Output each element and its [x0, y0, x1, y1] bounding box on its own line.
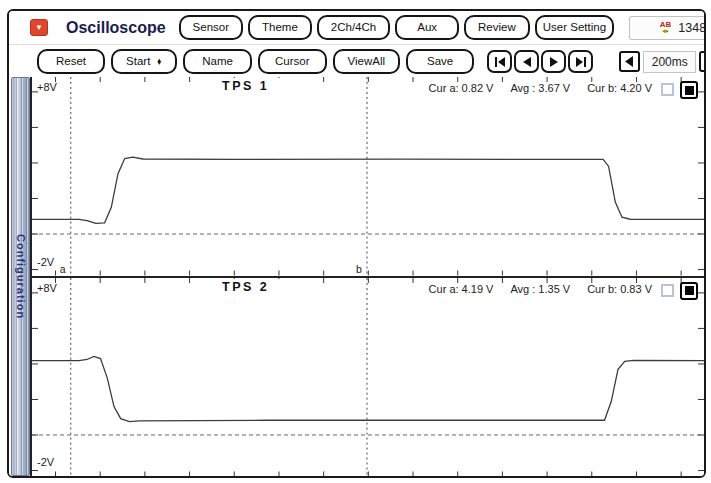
channel-mode-button[interactable]: 2Ch/4Ch: [317, 15, 390, 40]
cursor-ab-time-readout: AB ◂▸ 1348 ms: [629, 16, 706, 40]
tps2-cursor-a-readout: Cur a: 4.19 V: [429, 283, 494, 295]
spinner-updown-icon: ▲▼: [156, 59, 162, 66]
aux-button[interactable]: Aux: [395, 15, 459, 40]
cursor-a-label: a: [60, 263, 66, 275]
skip-first-icon: [494, 57, 506, 67]
screenshot-stage: ▼ Oscilloscope Sensor Theme 2Ch/4Ch Aux …: [0, 0, 711, 483]
tps2-cursor-b-readout: Cur b: 0.83 V: [587, 283, 652, 295]
tps2-ytop-label: +8V: [37, 282, 57, 294]
tps1-cursor-b-readout: Cur b: 4.20 V: [587, 82, 652, 94]
configuration-label: Configuration: [15, 234, 27, 319]
tps2-avg-readout: Avg : 1.35 V: [510, 283, 570, 295]
viewall-button[interactable]: ViewAll: [333, 49, 401, 74]
reset-button[interactable]: Reset: [37, 49, 105, 74]
tps2-title: TPS 2: [200, 279, 322, 296]
chart-tps2: +8V -2V TPS 2 Cur a: 4.19 V Avg : 1.35 V…: [32, 278, 704, 477]
left-triangle-icon: [624, 56, 635, 67]
tps1-waveform-plot: [32, 77, 704, 276]
save-button[interactable]: Save: [406, 49, 474, 74]
oscilloscope-window: ▼ Oscilloscope Sensor Theme 2Ch/4Ch Aux …: [7, 9, 706, 478]
cursor-button[interactable]: Cursor: [258, 49, 327, 74]
start-label: Start: [126, 55, 150, 67]
name-button[interactable]: Name: [183, 49, 252, 74]
tps1-cursor-a-readout: Cur a: 0.82 V: [429, 82, 494, 94]
step-forward-button[interactable]: [541, 50, 566, 73]
review-button[interactable]: Review: [464, 15, 530, 40]
user-setting-button[interactable]: User Setting: [535, 15, 614, 40]
tps1-title: TPS 1: [200, 78, 322, 95]
step-back-icon: [521, 57, 533, 67]
tps2-readouts: Cur a: 4.19 V Avg : 1.35 V Cur b: 0.83 V: [429, 283, 652, 295]
tps2-checkbox[interactable]: [661, 284, 674, 297]
skip-first-button[interactable]: [487, 50, 512, 73]
timebase-control: 200ms: [619, 51, 706, 73]
main-area: Configuration +8V -2V TPS 1 Cur a: 0.82 …: [9, 77, 704, 476]
app-title: Oscilloscope: [66, 19, 166, 37]
step-forward-icon: [548, 57, 560, 67]
configuration-panel-handle[interactable]: Configuration: [11, 77, 30, 476]
timebase-value: 200ms: [643, 51, 696, 73]
tps1-channel-color-button[interactable]: [680, 81, 698, 99]
skip-last-icon: [575, 57, 587, 67]
app-dropdown-icon[interactable]: ▼: [30, 19, 48, 36]
charts-container: +8V -2V TPS 1 Cur a: 0.82 V Avg : 3.67 V…: [30, 77, 704, 476]
chart-tps1: +8V -2V TPS 1 Cur a: 0.82 V Avg : 3.67 V…: [32, 77, 704, 278]
tps2-ybottom-label: -2V: [37, 456, 54, 468]
ab-cursors-icon: AB ◂▸: [660, 21, 672, 34]
toolbar: Reset Start▲▼ Name Cursor ViewAll Save: [9, 46, 704, 77]
ab-time-value: 1348 ms: [678, 21, 706, 35]
tps1-checkbox[interactable]: [661, 83, 674, 96]
theme-button[interactable]: Theme: [248, 15, 312, 40]
sensor-button[interactable]: Sensor: [179, 15, 243, 40]
timebase-increase-button[interactable]: [699, 51, 706, 72]
tps1-ybottom-label: -2V: [37, 256, 54, 268]
step-back-button[interactable]: [514, 50, 539, 73]
start-select[interactable]: Start▲▼: [111, 49, 177, 74]
tps1-avg-readout: Avg : 3.67 V: [510, 82, 570, 94]
skip-last-button[interactable]: [568, 50, 593, 73]
titlebar: ▼ Oscilloscope Sensor Theme 2Ch/4Ch Aux …: [9, 11, 704, 45]
tps1-ytop-label: +8V: [37, 81, 57, 93]
tps2-waveform-plot: [32, 278, 704, 477]
playback-controls: [487, 50, 593, 73]
tps2-channel-color-button[interactable]: [680, 282, 698, 300]
tps1-readouts: Cur a: 0.82 V Avg : 3.67 V Cur b: 4.20 V: [429, 82, 652, 94]
timebase-decrease-button[interactable]: [619, 51, 640, 72]
cursor-b-label: b: [356, 263, 362, 275]
right-triangle-icon: [704, 56, 706, 67]
